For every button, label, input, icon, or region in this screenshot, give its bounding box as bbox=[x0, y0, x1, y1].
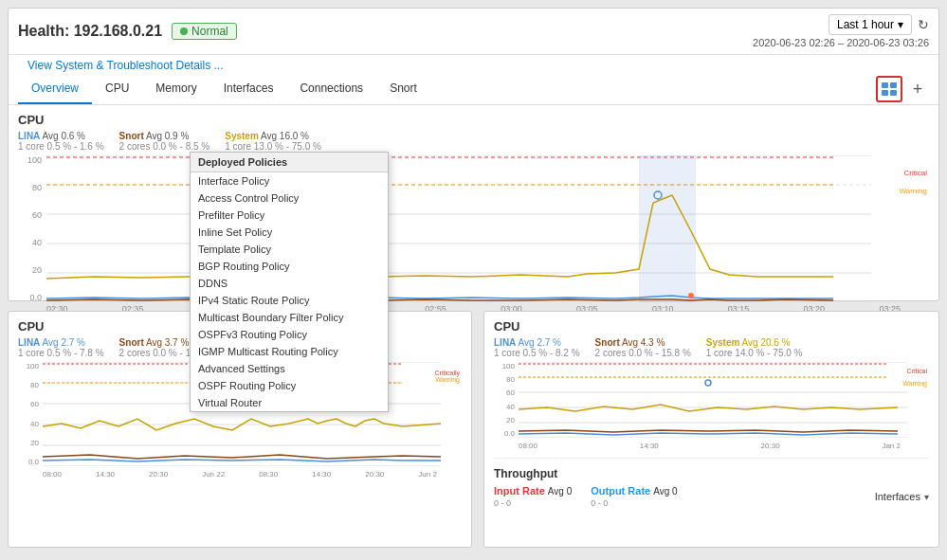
tab-cpu[interactable]: CPU bbox=[92, 74, 142, 104]
tab-memory[interactable]: Memory bbox=[142, 74, 209, 104]
legend-lina: LINA Avg 0.6 % 1 core 0.5 % - 1.6 % bbox=[18, 131, 104, 152]
view-details-link[interactable]: View System & Troubleshoot Details ... bbox=[18, 57, 233, 74]
y-label-100: 100 bbox=[18, 155, 42, 165]
critical-label: Critical bbox=[900, 169, 928, 177]
bl-y-axis: 100 80 60 40 20 0.0 bbox=[18, 362, 41, 466]
br-y-axis: 100 80 60 40 20 0.0 bbox=[494, 362, 517, 438]
bottom-right-panel: CPU LINA Avg 2.7 % 1 core 0.5 % - 8.2 % … bbox=[483, 311, 939, 548]
menu-item-access-control[interactable]: Access Control Policy bbox=[191, 190, 388, 207]
time-dropdown-label: Last 1 hour bbox=[837, 18, 894, 31]
snort-label: Snort bbox=[119, 131, 144, 141]
menu-item-bgp[interactable]: BGP Routing Policy bbox=[191, 258, 388, 275]
dashboard-icon-button[interactable] bbox=[876, 76, 902, 102]
warning-label: Warning bbox=[900, 187, 928, 195]
br-threshold-labels: Critical Warning bbox=[902, 368, 927, 387]
dropdown-header: Deployed Policies bbox=[191, 153, 388, 172]
time-selector[interactable]: Last 1 hour ▾ ↻ bbox=[829, 14, 929, 35]
throughput-rates: Input Rate Avg 0 0 - 0 Output Rate Avg 0… bbox=[494, 485, 929, 508]
menu-item-inline-set[interactable]: Inline Set Policy bbox=[191, 224, 388, 241]
tab-actions: + bbox=[876, 76, 929, 102]
y-label-40: 40 bbox=[18, 238, 42, 247]
tab-snort[interactable]: Snort bbox=[376, 74, 430, 104]
threshold-labels: Critical Warning bbox=[900, 169, 928, 195]
legend-snort: Snort Avg 0.9 % 2 cores 0.0 % - 8.5 % bbox=[119, 131, 210, 152]
br-legend-lina: LINA Avg 2.7 % 1 core 0.5 % - 8.2 % bbox=[494, 337, 580, 358]
bl-x-axis: 08:00 14:30 20:30 Jun 22 08:30 14:30 20:… bbox=[43, 470, 437, 479]
tab-connections[interactable]: Connections bbox=[286, 74, 376, 104]
date-range: 2020-06-23 02:26 – 2020-06-23 03:26 bbox=[753, 37, 929, 48]
input-rate: Input Rate Avg 0 0 - 0 bbox=[494, 485, 572, 508]
br-legend-snort: Snort Avg 4.3 % 2 cores 0.0 % - 15.8 % bbox=[595, 337, 691, 358]
throughput-section: Throughput Input Rate Avg 0 0 - 0 Output… bbox=[494, 458, 929, 508]
deployed-policies-dropdown: Deployed Policies Interface Policy Acces… bbox=[190, 152, 389, 412]
health-badge: Normal bbox=[172, 23, 237, 40]
svg-rect-3 bbox=[890, 90, 897, 96]
bottom-right-inner: CPU LINA Avg 2.7 % 1 core 0.5 % - 8.2 % … bbox=[484, 312, 938, 515]
bl-threshold-labels: Critically Warning bbox=[435, 370, 460, 383]
bottom-right-title: CPU bbox=[494, 319, 929, 334]
health-status: Normal bbox=[191, 25, 228, 38]
menu-item-igmp[interactable]: IGMP Multicast Routing Policy bbox=[191, 343, 388, 360]
system-range: 1 core 13.0 % - 75.0 % bbox=[225, 141, 321, 152]
y-axis: 100 80 60 40 20 0.0 bbox=[18, 155, 45, 302]
svg-rect-1 bbox=[890, 82, 897, 88]
tabs-row: Overview CPU Memory Interfaces Connectio… bbox=[9, 74, 938, 105]
bottom-right-legend: LINA Avg 2.7 % 1 core 0.5 % - 8.2 % Snor… bbox=[494, 337, 929, 358]
menu-item-ospf[interactable]: OSPF Routing Policy bbox=[191, 377, 388, 394]
lina-label: LINA bbox=[18, 131, 40, 141]
bl-legend-lina: LINA Avg 2.7 % 1 core 0.5 % - 7.8 % bbox=[18, 337, 104, 358]
menu-item-ddns[interactable]: DDNS bbox=[191, 275, 388, 292]
menu-item-prefilter[interactable]: Prefilter Policy bbox=[191, 207, 388, 224]
y-label-20: 20 bbox=[18, 265, 42, 275]
header-right: Last 1 hour ▾ ↻ 2020-06-23 02:26 – 2020-… bbox=[753, 14, 929, 48]
dashboard-icon bbox=[882, 82, 897, 96]
tab-overview[interactable]: Overview bbox=[18, 74, 92, 104]
menu-item-template[interactable]: Template Policy bbox=[191, 241, 388, 258]
y-label-60: 60 bbox=[18, 210, 42, 220]
interfaces-selector[interactable]: Interfaces ▾ bbox=[875, 485, 929, 508]
y-label-0: 0.0 bbox=[18, 293, 42, 302]
system-avg: Avg 16.0 % bbox=[261, 131, 309, 141]
br-legend-system: System Avg 20.6 % 1 core 14.0 % - 75.0 % bbox=[706, 337, 803, 358]
y-label-80: 80 bbox=[18, 183, 42, 192]
health-title: Health: 192.168.0.21 bbox=[18, 23, 162, 40]
system-label: System bbox=[225, 131, 259, 141]
bottom-right-chart[interactable] bbox=[519, 362, 926, 438]
throughput-title: Throughput bbox=[494, 467, 557, 480]
refresh-icon[interactable]: ↻ bbox=[918, 17, 929, 32]
legend-system: System Avg 16.0 % 1 core 13.0 % - 75.0 % bbox=[225, 131, 321, 152]
chart-legend: LINA Avg 0.6 % 1 core 0.5 % - 1.6 % Snor… bbox=[18, 131, 929, 152]
menu-item-multicast-boundary[interactable]: Multicast Boundary Filter Policy bbox=[191, 309, 388, 326]
menu-item-advanced[interactable]: Advanced Settings bbox=[191, 360, 388, 377]
tab-interfaces[interactable]: Interfaces bbox=[210, 74, 287, 104]
status-dot bbox=[180, 27, 188, 35]
lina-range: 1 core 0.5 % - 1.6 % bbox=[18, 141, 104, 152]
svg-point-14 bbox=[688, 293, 694, 298]
cpu-chart-title: CPU bbox=[18, 113, 929, 127]
time-dropdown[interactable]: Last 1 hour ▾ bbox=[829, 14, 912, 35]
menu-item-virtual-router[interactable]: Virtual Router bbox=[191, 394, 388, 411]
svg-point-32 bbox=[705, 380, 711, 386]
output-rate: Output Rate Avg 0 0 - 0 bbox=[591, 485, 677, 508]
chevron-down-icon: ▾ bbox=[898, 18, 903, 31]
panel-header: Health: 192.168.0.21 Normal Last 1 hour … bbox=[9, 9, 938, 55]
svg-rect-0 bbox=[882, 82, 888, 88]
top-health-panel: Health: 192.168.0.21 Normal Last 1 hour … bbox=[8, 8, 939, 301]
snort-range: 2 cores 0.0 % - 8.5 % bbox=[119, 141, 210, 152]
snort-avg: Avg 0.9 % bbox=[146, 131, 189, 141]
add-tab-button[interactable]: + bbox=[906, 78, 929, 100]
menu-item-ospfv3[interactable]: OSPFv3 Routing Policy bbox=[191, 326, 388, 343]
lina-avg: Avg 0.6 % bbox=[43, 131, 85, 141]
bottom-right-chart-container: 100 80 60 40 20 0.0 Critical Warning bbox=[494, 362, 929, 452]
menu-item-interface-policy[interactable]: Interface Policy bbox=[191, 172, 388, 190]
br-x-axis: 08:00 14:30 20:30 Jan 2 bbox=[519, 442, 901, 450]
cpu-chart-svg-container: 100 80 60 40 20 0.0 Critical Warning bbox=[18, 155, 929, 316]
cpu-chart-area: CPU LINA Avg 0.6 % 1 core 0.5 % - 1.6 % … bbox=[9, 105, 938, 324]
cpu-main-chart[interactable] bbox=[46, 155, 871, 302]
menu-item-ipv4-static[interactable]: IPv4 Static Route Policy bbox=[191, 292, 388, 309]
svg-rect-2 bbox=[882, 90, 888, 96]
